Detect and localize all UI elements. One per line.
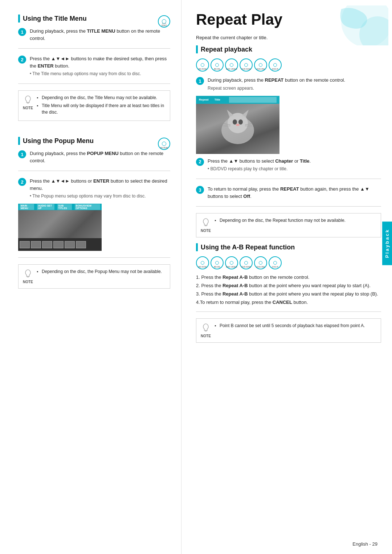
note-icon-4 <box>201 322 211 333</box>
note-icon-1 <box>23 94 33 105</box>
page-number: English - 29 <box>352 541 377 547</box>
disc-bd-rom: BD-ROM <box>196 58 209 72</box>
page-title: Repeat Play <box>196 11 381 28</box>
divider-r3 <box>196 311 381 312</box>
svg-point-8 <box>233 119 237 125</box>
repeat-playback-title: Repeat playback <box>201 46 252 53</box>
step-num-1: 1 <box>18 28 26 36</box>
cat-screen-image: Repeat Title <box>196 96 279 154</box>
ab-step-2: 2. Press the Repeat A-B button at the po… <box>196 283 381 288</box>
divider-r1 <box>196 179 381 179</box>
title-menu-section: Using the Title Menu DVDVIDEO 1 During p… <box>18 15 170 121</box>
divider-2 <box>18 83 170 84</box>
popup-bg <box>18 210 102 238</box>
title-menu-header: Using the Title Menu <box>18 15 87 23</box>
popup-menu-header: Using the Popup Menu <box>18 137 94 145</box>
svg-point-10 <box>236 124 240 126</box>
bd-rom-icon: BD-ROM <box>158 138 170 150</box>
right-column: Repeat Play Repeat the current chapter o… <box>181 0 392 554</box>
note-content-3: Depending on the disc, the Repeat functi… <box>215 217 376 225</box>
note-content-1: Depending on the disc, the Title Menu ma… <box>37 94 166 117</box>
popup-menu-step2: 2 Press the ▲▼◄► buttons or ENTER button… <box>18 178 170 199</box>
step-r2-content: Press the ▲▼ buttons to select Chapter o… <box>208 158 381 172</box>
disc-dvd-r: DVD-R <box>269 58 282 72</box>
popup-menu-section: Using the Popup Menu BD-ROM 1 During pla… <box>18 137 170 289</box>
disc2-dvd-video: DVD-VIDEO <box>225 256 238 269</box>
note-content-4: Point B cannot be set until 5 seconds of… <box>215 322 376 330</box>
disc-dvd-video: DVD-VIDEO <box>225 58 238 72</box>
playback-side-tab: Playback <box>382 221 392 265</box>
note-item: Title Menu will only be displayed if the… <box>37 102 166 115</box>
repeat-step3: 3 To return to normal play, press the RE… <box>196 186 381 200</box>
note-content-2: Depending on the disc, the Popup Menu ma… <box>37 268 166 276</box>
disc2-dvd-rw: DVD-RW <box>254 256 267 269</box>
step-num-2: 2 <box>18 56 26 64</box>
cat-image-inner <box>196 96 279 154</box>
note-icon-area-2: NOTE <box>23 268 33 285</box>
note-item: Depending on the disc, the Repeat functi… <box>215 217 376 224</box>
repeat-step2: 2 Press the ▲▼ buttons to select Chapter… <box>196 158 381 172</box>
popup-thumb-2 <box>31 241 41 248</box>
bd-rom-disc: BD-ROM <box>158 138 170 150</box>
popup-menu-image: MAIN MENU AUDIO SET UP SUB TITLES BONUSV… <box>18 204 102 251</box>
ab-step-4: 4.To return to normal play, press the CA… <box>196 300 381 305</box>
note-icon-area-1: NOTE <box>23 94 33 111</box>
disc2-dvd-ram: DVD-RAM <box>240 256 253 269</box>
cat-svg <box>209 103 267 147</box>
popup-thumb-6 <box>76 241 86 248</box>
popup-menu-title: Using the Popup Menu <box>23 137 94 145</box>
step2-content: Press the ▲▼◄► buttons to make the desir… <box>30 55 170 77</box>
popup-thumb-1 <box>20 241 30 248</box>
repeat-step1: 1 During playback, press the REPEAT butt… <box>196 77 381 91</box>
left-column: Using the Title Menu DVDVIDEO 1 During p… <box>0 0 181 554</box>
ab-repeat-note: NOTE Point B cannot be set until 5 secon… <box>196 318 381 343</box>
disc-icons-row-2: BD-ROM BD-RE DVD-VIDEO DVD-RAM DVD-RW <box>196 256 381 269</box>
blue-bar-1 <box>18 15 20 23</box>
title-menu-note: NOTE Depending on the disc, the Title Me… <box>18 90 170 121</box>
disc-icons-row-1: BD-ROM BD-RE DVD-VIDEO DVD-RAM DVD-RW DV… <box>196 58 381 72</box>
note-label-2: NOTE <box>23 279 33 285</box>
step1-content: During playback, press the TITLE MENU bu… <box>30 28 170 42</box>
blue-bar-3 <box>196 45 198 53</box>
step-r2-num: 2 <box>196 158 204 166</box>
step-r3-num: 3 <box>196 186 204 194</box>
popup-menu-step1: 1 During playback, press the POPUP MENU … <box>18 150 170 164</box>
step-p2-content: Press the ▲▼◄► buttons or ENTER button t… <box>30 178 170 199</box>
note-item: Point B cannot be set until 5 seconds of… <box>215 322 376 329</box>
repeat-playback-header: Repeat playback <box>196 45 381 53</box>
disc2-dvd-r: DVD-R <box>269 256 282 269</box>
step-r1-content: During playback, press the REPEAT button… <box>208 77 381 91</box>
disc-bd-re: BD-RE <box>211 58 224 72</box>
note-item: Depending on the disc, the Title Menu ma… <box>37 94 166 101</box>
svg-point-9 <box>238 119 243 125</box>
title-menu-step2: 2 Press the ▲▼◄► buttons to make the des… <box>18 55 170 77</box>
popup-thumb-5 <box>65 241 75 248</box>
ab-step-1: 1. Press the Repeat A-B button on the re… <box>196 274 381 280</box>
step-num-p1: 1 <box>18 150 26 158</box>
repeat-note: NOTE Depending on the disc, the Repeat f… <box>196 213 381 237</box>
note-label-3: NOTE <box>201 228 211 233</box>
note-item: Depending on the disc, the Popup Menu ma… <box>37 268 166 275</box>
blue-bar-4 <box>196 243 198 251</box>
popup-thumbs <box>18 238 102 251</box>
step-r3-content: To return to normal play, press the REPE… <box>208 186 381 200</box>
note-icon-3 <box>201 217 211 227</box>
note-icon-area-4: NOTE <box>201 322 211 339</box>
divider-r2 <box>196 206 381 207</box>
ab-repeat-title: Using the A-B Repeat function <box>201 244 295 251</box>
disc-dvd-rw: DVD-RW <box>254 58 267 72</box>
ab-repeat-section: Using the A-B Repeat function BD-ROM BD-… <box>196 243 381 343</box>
page-title-area: Repeat Play <box>196 11 381 28</box>
divider-3 <box>18 171 170 171</box>
dvd-video-disc: DVDVIDEO <box>158 15 170 28</box>
popup-image-bar: MAIN MENU AUDIO SET UP SUB TITLES BONUSV… <box>18 204 102 210</box>
dvd-video-icon: DVDVIDEO <box>158 15 170 28</box>
note-icon-area-3: NOTE <box>201 217 211 233</box>
title-menu-step1: 1 During playback, press the TITLE MENU … <box>18 28 170 42</box>
popup-thumb-3 <box>42 241 52 248</box>
divider-1 <box>18 48 170 49</box>
note-label-1: NOTE <box>23 105 33 111</box>
page-container: Using the Title Menu DVDVIDEO 1 During p… <box>0 0 392 554</box>
disc-dvd-ram: DVD-RAM <box>240 58 253 72</box>
popup-menu-note: NOTE Depending on the disc, the Popup Me… <box>18 264 170 289</box>
